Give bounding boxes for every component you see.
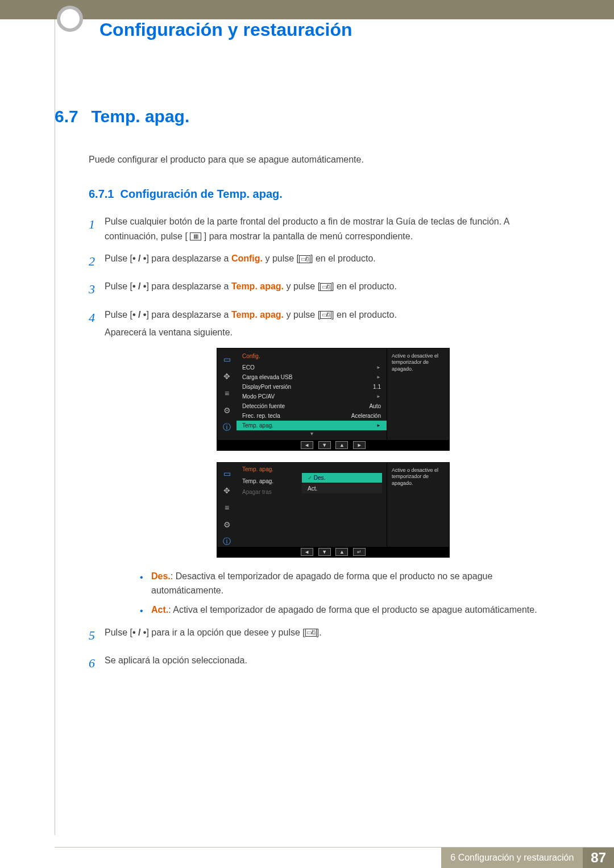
source-icon [320,311,331,319]
osd-row: Modo PC/AV► [237,392,387,401]
section-intro: Puede configurar el producto para que se… [89,155,561,165]
footer-label: 6 Configuración y restauración [441,848,583,868]
bullet-list: Des.: Desactiva el temporizador de apaga… [140,569,561,617]
monitor-icon: ▭ [222,468,232,479]
osd-sidebar: ▭ ✥ ≡ ⚙ ⓘ [217,348,237,440]
option-selected: Des. [302,473,382,483]
step-2: 2 Pulse [] para desplazarse a Config. y … [89,251,561,271]
move-icon: ✥ [222,485,232,496]
osd-row-selected: Temp. apag.► [237,421,387,430]
menu-icon [190,232,201,240]
osd-row: DisplayPort versión1.1 [237,382,387,392]
section-title: Temp. apag. [91,107,189,126]
nav-right-icon: ► [353,441,366,449]
source-icon [305,629,317,637]
step-5: 5 Pulse [] para ir a la opción que desee… [89,625,561,645]
step-6: 6 Se aplicará la opción seleccionada. [89,653,561,673]
subsection-title: 6.7.1 Configuración de Temp. apag. [89,188,561,201]
subsection: 6.7.1 Configuración de Temp. apag. 1 Pul… [89,188,561,673]
gear-icon: ⚙ [222,520,232,530]
footer: 6 Configuración y restauración 87 [0,848,614,868]
nav-left-icon: ◄ [301,548,313,556]
steps-list: 1 Pulse cualquier botón de la parte fron… [89,214,561,673]
nav-up-icon: ▲ [335,548,348,556]
nav-down-icon: ▼ [318,441,331,449]
top-bar [0,0,614,19]
chapter-badge [57,6,83,32]
page-number: 87 [583,848,614,868]
monitor-icon: ▭ [222,354,232,364]
osd-row: Carga elevada USB► [237,372,387,382]
osd-row: Detección fuenteAuto [237,401,387,411]
osd-screenshot-1: ▭ ✥ ≡ ⚙ ⓘ Config. ECO► Carga elevada USB… [217,348,561,451]
dots-icon [132,628,147,637]
info-icon: ⓘ [222,422,232,433]
gear-icon: ⚙ [222,405,232,416]
nav-enter-icon: ↵ [353,548,366,556]
osd-description: Active o desactive el temporizador de ap… [387,348,449,440]
osd-menu: Config. ECO► Carga elevada USB► DisplayP… [237,348,387,440]
osd-sidebar: ▭ ✥ ≡ ⚙ ⓘ [217,463,237,547]
bullet-item: Act.: Activa el temporizador de apagado … [140,603,561,617]
move-icon: ✥ [222,371,232,381]
section-heading: 6.7 Temp. apag. [55,107,561,126]
osd-row: ECO► [237,363,387,372]
osd-menu: Temp. apag. Temp. apag. Apagar tras Des.… [237,463,387,547]
step-4: 4 Pulse [] para desplazarse a Temp. apag… [89,308,561,340]
list-icon: ≡ [222,502,232,513]
dots-icon [132,281,147,291]
osd-description: Active o desactive el temporizador de ap… [387,463,449,547]
list-icon: ≡ [222,388,232,398]
osd-row: Frec. rep. teclaAceleración [237,411,387,421]
nav-up-icon: ▲ [335,441,348,449]
nav-down-icon: ▼ [318,548,331,556]
osd-nav-bar: ◄ ▼ ▲ ↵ [217,547,449,557]
source-icon [299,255,310,263]
nav-left-icon: ◄ [301,441,313,449]
section-number: 6.7 [55,107,89,126]
dots-icon [132,310,147,319]
option: Act. [302,484,382,493]
info-icon: ⓘ [222,537,232,547]
osd-screenshot-2: ▭ ✥ ≡ ⚙ ⓘ Temp. apag. Temp. apag. Apagar… [217,462,561,558]
step-3: 3 Pulse [] para desplazarse a Temp. apag… [89,279,561,299]
bullet-item: Des.: Desactiva el temporizador de apaga… [140,569,561,598]
chapter-title: Configuración y restauración [99,19,352,40]
dots-icon [132,254,147,263]
source-icon [320,283,331,291]
osd-nav-bar: ◄ ▼ ▲ ► [217,440,449,450]
step-1: 1 Pulse cualquier botón de la parte fron… [89,214,561,243]
content-area: 6.7 Temp. apag. Puede configurar el prod… [55,107,561,681]
